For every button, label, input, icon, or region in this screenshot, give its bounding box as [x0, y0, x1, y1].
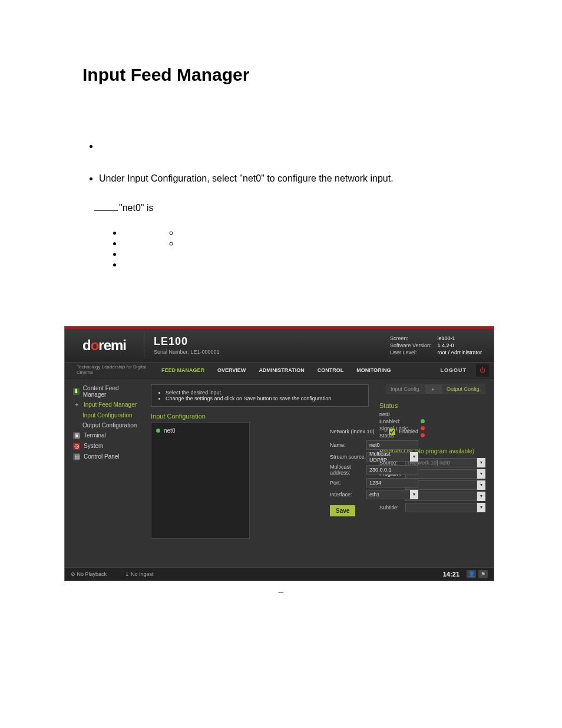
input-item-net0[interactable]: net0: [156, 427, 244, 434]
tab-feed-manager[interactable]: Feed Manager: [156, 364, 210, 377]
stream-source-select[interactable]: Multicast UDP/IP: [366, 452, 410, 462]
status-title: Status: [379, 402, 485, 409]
chevron-down-icon[interactable]: ▾: [477, 503, 485, 512]
sidebar-item-content-feed[interactable]: ⬇Content Feed Manager: [65, 383, 143, 400]
sidebar: ⬇Content Feed Manager ✦Input Feed Manage…: [65, 378, 143, 567]
status-enabled-label: Enabled:: [379, 419, 421, 424]
status-dot-icon: [421, 433, 425, 437]
interface-label: Interface:: [330, 492, 366, 498]
serial-number: Serial Number: LE1-000001: [154, 349, 220, 355]
product-block: LE100 Serial Number: LE1-000001: [144, 332, 229, 358]
brand-logo: doremi: [65, 337, 144, 354]
status-dot-icon: [421, 419, 425, 423]
section-title-input-config: Input Configuration: [151, 413, 369, 420]
gear-icon: ◎: [73, 443, 80, 450]
blank-bullet-1: [123, 225, 497, 236]
multicast-input[interactable]: 230.0.0.1: [366, 465, 418, 475]
figure-caption-dash: –: [0, 587, 562, 597]
blank-sub-1: [179, 225, 497, 236]
config-toggle: Input Config. ▸ Output Config.: [379, 384, 485, 394]
stream-source-label: Stream source:: [330, 454, 366, 460]
port-label: Port:: [330, 480, 366, 486]
sidebar-item-output-config[interactable]: Output Configuration: [65, 420, 143, 430]
panel-icon: ▤: [73, 453, 80, 460]
status-dot-icon: [156, 429, 160, 433]
footer-clock: 14:21: [443, 571, 459, 578]
power-icon[interactable]: ⏻: [476, 364, 489, 377]
wrench-icon: ✦: [73, 401, 80, 409]
input-list-box: net0: [151, 422, 250, 539]
blank-bullet-3: [123, 246, 497, 257]
nav-bar: Technology Leadership for Digital Cinema…: [65, 362, 494, 378]
chevron-down-icon[interactable]: ▾: [477, 492, 485, 501]
port-input[interactable]: 1234: [366, 478, 418, 487]
name-label: Name:: [330, 442, 366, 448]
header-meta: Screen:le100-1 Software Version:1.4.2-0 …: [386, 334, 494, 357]
download-icon: ⬇: [73, 388, 80, 395]
tagline: Technology Leadership for Digital Cinema: [65, 365, 156, 375]
enabled-checkbox[interactable]: Enabled: [386, 427, 418, 437]
chevron-down-icon[interactable]: ▾: [410, 490, 418, 499]
sidebar-item-input-config[interactable]: Input Configuration: [65, 410, 143, 420]
footer-no-playback: ⊘ No Playback: [71, 571, 115, 577]
config-form: Network (index 10) Enabled Name:net0 Str…: [330, 427, 418, 516]
app-screenshot: doremi LE100 Serial Number: LE1-000001 S…: [65, 327, 494, 581]
product-name: LE100: [154, 335, 220, 348]
chevron-down-icon[interactable]: ▾: [410, 452, 418, 462]
save-button[interactable]: Save: [330, 505, 355, 516]
toggle-output-config[interactable]: Output Config.: [442, 384, 485, 394]
instruction-1: Select the desired input.: [166, 390, 362, 396]
interface-select[interactable]: eth1: [366, 490, 410, 499]
logout-link[interactable]: LOGOUT: [441, 367, 472, 373]
bullet-instruction: Under Input Configuration, select "net0"…: [99, 170, 497, 187]
tab-administration[interactable]: ADMINISTRATION: [253, 364, 310, 377]
status-bar: ⊘ No Playback ⤓ No Ingest 14:21 👤 ⚑: [65, 567, 494, 581]
instruction-2: Change the settings and click on Save bu…: [166, 396, 362, 401]
blank-bullet-2: [123, 236, 497, 246]
net0-note-line: "net0" is: [94, 203, 497, 213]
tab-overview[interactable]: OVERVIEW: [211, 364, 252, 377]
tab-monitoring[interactable]: MONITORING: [351, 364, 396, 377]
sidebar-item-input-feed[interactable]: ✦Input Feed Manager: [65, 400, 143, 410]
status-dot-icon: [421, 426, 425, 430]
footer-no-ingest: ⤓ No Ingest: [125, 571, 162, 577]
instruction-box: Select the desired input. Change the set…: [151, 384, 369, 407]
bullet-empty-1: [99, 138, 497, 155]
terminal-icon: ▣: [73, 432, 80, 439]
name-input[interactable]: net0: [366, 440, 418, 450]
status-name: net0: [379, 411, 421, 417]
multicast-label: Multicast address:: [330, 464, 366, 476]
form-header: Network (index 10): [330, 429, 375, 434]
app-header: doremi LE100 Serial Number: LE1-000001 S…: [65, 329, 494, 362]
toggle-sep-icon: ▸: [425, 384, 442, 394]
sidebar-item-terminal[interactable]: ▣Terminal: [65, 430, 143, 441]
chevron-down-icon[interactable]: ▾: [477, 458, 485, 467]
page-heading: Input Feed Manager: [82, 65, 497, 85]
sidebar-item-system[interactable]: ◎System: [65, 441, 143, 452]
blank-bullet-4: [123, 257, 497, 268]
tab-control[interactable]: CONTROL: [312, 364, 350, 377]
user-icon[interactable]: 👤: [467, 570, 476, 578]
toggle-input-config[interactable]: Input Config.: [386, 384, 425, 394]
chevron-down-icon[interactable]: ▾: [477, 480, 485, 490]
chevron-down-icon[interactable]: ▾: [477, 469, 485, 479]
sidebar-item-control-panel[interactable]: ▤Control Panel: [65, 452, 143, 462]
flag-icon[interactable]: ⚑: [478, 570, 488, 578]
